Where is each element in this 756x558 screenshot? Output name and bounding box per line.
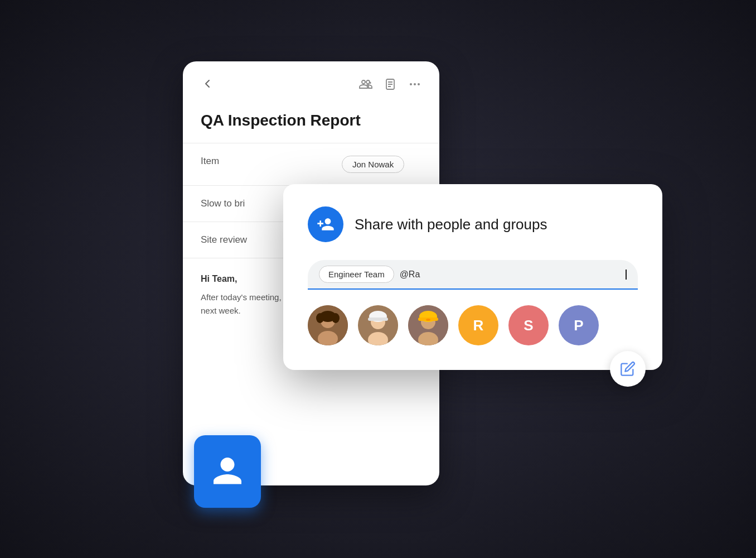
edit-icon bbox=[620, 361, 636, 377]
avatar-person-3[interactable] bbox=[408, 305, 448, 345]
avatar-person-2[interactable] bbox=[358, 305, 398, 345]
text-cursor bbox=[626, 270, 627, 280]
svg-point-23 bbox=[426, 319, 430, 321]
doc-header-actions bbox=[359, 78, 421, 94]
share-title: Share with people and groups bbox=[355, 216, 547, 233]
svg-point-11 bbox=[316, 313, 324, 323]
share-avatars: R S P bbox=[308, 305, 638, 345]
svg-point-4 bbox=[410, 83, 412, 85]
svg-point-12 bbox=[332, 313, 340, 323]
share-dialog: Share with people and groups Engineer Te… bbox=[283, 184, 662, 370]
table-cell-assignee: Jon Nowak bbox=[324, 143, 439, 186]
assignee-pill[interactable]: Jon Nowak bbox=[342, 156, 404, 173]
avatar-s[interactable]: S bbox=[508, 305, 549, 345]
svg-point-6 bbox=[418, 83, 420, 85]
share-input[interactable] bbox=[400, 270, 619, 280]
more-options-icon[interactable] bbox=[408, 78, 421, 94]
doc-title: QA Inspection Report bbox=[183, 103, 439, 143]
engineer-team-tag[interactable]: Engineer Team bbox=[319, 266, 394, 283]
back-button[interactable] bbox=[201, 77, 214, 94]
svg-point-5 bbox=[414, 83, 416, 85]
avatar-r[interactable]: R bbox=[458, 305, 498, 345]
edit-fab-button[interactable] bbox=[610, 351, 646, 387]
svg-rect-17 bbox=[368, 318, 388, 321]
table-row: Item Jon Nowak bbox=[183, 143, 439, 186]
blue-contacts-card[interactable] bbox=[194, 435, 261, 508]
doc-header bbox=[183, 61, 439, 103]
avatar-p[interactable]: P bbox=[559, 305, 599, 345]
share-icon-circle bbox=[308, 206, 343, 242]
share-dialog-header: Share with people and groups bbox=[308, 206, 638, 242]
document-icon[interactable] bbox=[384, 78, 397, 94]
table-cell-item: Item bbox=[183, 143, 324, 186]
share-input-container[interactable]: Engineer Team bbox=[308, 260, 638, 290]
person-icon bbox=[211, 455, 244, 488]
avatar-person-1[interactable] bbox=[308, 305, 348, 345]
person-add-icon bbox=[317, 215, 335, 233]
add-person-icon[interactable] bbox=[359, 78, 372, 94]
